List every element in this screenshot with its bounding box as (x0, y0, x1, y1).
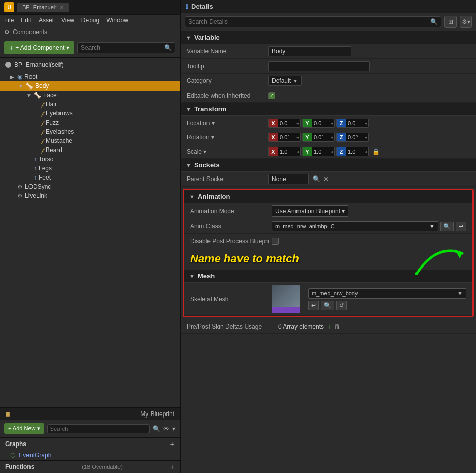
sockets-section-header[interactable]: ▼ Sockets (181, 159, 476, 172)
eye-icon[interactable]: 👁 (163, 425, 169, 432)
details-search-input[interactable] (188, 18, 428, 25)
rotation-y-field[interactable]: Y 0.0° ◂ (302, 133, 335, 142)
transform-section-header[interactable]: ▼ Transform (181, 103, 476, 116)
parent-socket-dropdown[interactable]: None (268, 174, 309, 184)
settings-button[interactable]: ⚙▾ (460, 16, 472, 28)
animation-section-header[interactable]: ▼ Animation (184, 190, 472, 203)
anim-class-arrow: ▼ (429, 223, 435, 229)
tooltip-input[interactable] (268, 61, 370, 71)
tree-item-fuzz[interactable]: 𝒻 Fuzz (0, 118, 180, 127)
category-text: Default (272, 77, 291, 84)
lodsync-label: LODSync (25, 183, 51, 190)
menu-window[interactable]: Window (106, 17, 128, 24)
rotation-y-arrow: ◂ (330, 135, 334, 140)
expand-face[interactable]: ▼ (26, 93, 33, 98)
mesh-name-field[interactable]: m_med_nrw_body ▼ (308, 288, 466, 299)
settings-icon-bp[interactable]: ▾ (172, 425, 175, 432)
graphs-add-button[interactable]: + (170, 440, 174, 448)
close-tab-button[interactable]: ✕ (60, 5, 64, 10)
tree-item-torso[interactable]: ↑ Torso (0, 155, 180, 164)
mesh-reset-btn[interactable]: ↺ (336, 301, 347, 310)
menu-file[interactable]: File (4, 17, 14, 24)
location-z-field[interactable]: Z 0.0 ◂ (336, 119, 369, 128)
rotation-row: Rotation ▾ X 0.0° ◂ Y 0.0° ◂ Z 0. (181, 130, 476, 144)
array-add-button[interactable]: + (327, 322, 331, 331)
bp-tab[interactable]: BP_Emanuel* ✕ (17, 3, 69, 12)
socket-search-icon[interactable]: 🔍 (313, 175, 320, 183)
rotation-z-field[interactable]: Z 0.0° ◂ (336, 133, 369, 142)
scale-x-field[interactable]: X 1.0 ◂ (268, 147, 301, 156)
variable-section-header[interactable]: ▼ Variable (181, 31, 476, 44)
add-new-button[interactable]: + Add New ▾ (4, 423, 44, 434)
scale-xyz: X 1.0 ◂ Y 1.0 ◂ Z 1.0 ◂ 🔒 (268, 147, 380, 156)
anim-mode-dropdown[interactable]: Use Animation Blueprint ▾ (272, 205, 348, 217)
component-search-input[interactable] (81, 44, 162, 51)
editable-value: ✓ (268, 92, 470, 99)
anim-mode-label: Animation Mode (190, 208, 272, 215)
tree-item-hair[interactable]: 𝒻 Hair (0, 100, 180, 109)
my-blueprint-header: ◼ My Blueprint (0, 408, 180, 420)
tree-item-legs[interactable]: ↑ Legs (0, 164, 180, 173)
functions-section-header[interactable]: Functions (18 Overridable) + (0, 460, 180, 473)
tree-item-mustache[interactable]: 𝒻 Mustache (0, 136, 180, 145)
tree-item-feet[interactable]: ↑ Feet (0, 173, 180, 182)
annotation-area: Name have to match (184, 248, 472, 270)
details-icon: ℹ (186, 3, 188, 10)
mesh-arrow: ▼ (189, 273, 195, 279)
tree-item-face[interactable]: ▼ 🦴 Face (0, 91, 180, 100)
menu-debug[interactable]: Debug (81, 17, 99, 24)
hair-icon: 𝒻 (42, 101, 44, 108)
anim-class-search-btn[interactable]: 🔍 (440, 222, 454, 231)
editable-checkbox[interactable]: ✓ (268, 92, 275, 99)
mesh-thumbnail-purple (272, 307, 300, 313)
grid-view-button[interactable]: ⊞ (444, 16, 457, 28)
menu-edit[interactable]: Edit (21, 17, 32, 24)
anim-class-field[interactable]: m_med_nrw_animbp_C ▼ (272, 221, 438, 231)
mesh-back-btn[interactable]: ↩ (308, 301, 319, 310)
tab-label: BP_Emanuel* (22, 4, 57, 10)
menu-asset[interactable]: Asset (39, 17, 54, 24)
tree-item-lodsync[interactable]: ⚙ LODSync (0, 182, 180, 191)
z-label: Z (337, 119, 346, 127)
event-graph-item[interactable]: ⬡ EventGraph (0, 450, 180, 460)
animation-section-title: Animation (198, 193, 230, 200)
tree-item-body[interactable]: ▼ 🦴 Body (0, 81, 180, 91)
tree-item-beard[interactable]: 𝒻 Beard (0, 145, 180, 155)
expand-root[interactable]: ▶ (10, 74, 16, 80)
eyebrows-label: Eyebrows (46, 110, 73, 117)
tree-item-eyelashes[interactable]: 𝒻 Eyelashes (0, 127, 180, 136)
bp-search-input[interactable] (50, 426, 146, 432)
scale-y-field[interactable]: Y 1.0 ◂ (302, 147, 335, 156)
torso-label: Torso (39, 156, 53, 163)
graphs-section-header[interactable]: Graphs + (0, 437, 180, 450)
menu-view[interactable]: View (61, 17, 74, 24)
location-x-field[interactable]: X 0.0 ◂ (268, 119, 301, 128)
mesh-dropdown-arrow: ▼ (457, 290, 463, 297)
tree-item-livelink[interactable]: ⚙ LiveLink (0, 191, 180, 200)
scale-z-field[interactable]: Z 1.0 ◂ (336, 147, 369, 156)
disable-post-checkbox[interactable] (272, 238, 279, 245)
functions-add-button[interactable]: + (170, 463, 174, 471)
array-delete-button[interactable]: 🗑 (334, 323, 340, 330)
scale-y-arrow: ◂ (330, 149, 334, 154)
details-search-icon: 🔍 (430, 18, 438, 25)
mesh-search-btn[interactable]: 🔍 (321, 301, 334, 310)
anim-class-goto-btn[interactable]: ↩ (456, 222, 466, 231)
variable-name-input[interactable] (268, 46, 351, 56)
component-search-box: 🔍 (77, 42, 175, 53)
add-component-button[interactable]: + + Add Component ▾ (4, 41, 74, 54)
expand-body[interactable]: ▼ (18, 83, 24, 89)
rotation-value: X 0.0° ◂ Y 0.0° ◂ Z 0.0° ◂ (268, 133, 470, 142)
rotation-z-arrow: ◂ (364, 135, 368, 140)
location-y-field[interactable]: Y 0.0 ◂ (302, 119, 335, 128)
tree-item-root[interactable]: ▶ ◉ Root (0, 72, 180, 81)
rotation-x-val: 0.0° (278, 133, 295, 141)
green-arrow-svg (406, 238, 467, 279)
socket-clear-icon[interactable]: ✕ (323, 175, 329, 183)
details-title: Details (191, 3, 213, 10)
plus-icon: + (9, 44, 13, 52)
disable-post-label: Disable Post Process Bluepri (190, 238, 272, 245)
tree-item-eyebrows[interactable]: 𝒻 Eyebrows (0, 109, 180, 118)
category-dropdown[interactable]: Default ▼ (268, 76, 302, 86)
rotation-x-field[interactable]: X 0.0° ◂ (268, 133, 301, 142)
